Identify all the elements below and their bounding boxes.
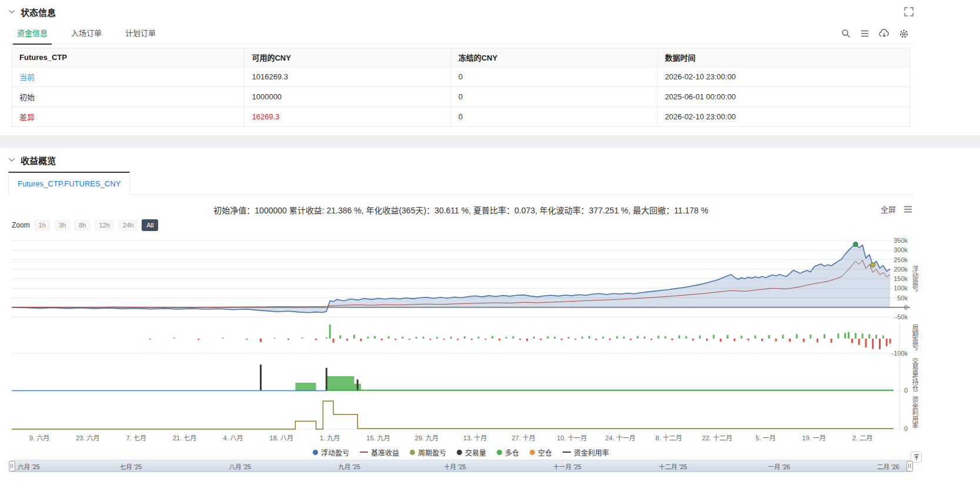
performance-stats: 初始净值：1000000 累计收益: 21.386 %, 年化收益(365天)：… xyxy=(213,206,708,215)
pnl-bar xyxy=(533,337,535,339)
pnl-bar xyxy=(381,339,383,340)
returns-tabbar: Futures_CTP.FUTURES_CNY xyxy=(8,172,914,195)
pnl-bar xyxy=(789,339,791,342)
legend-item[interactable]: 资金利用率 xyxy=(563,447,609,457)
table-cell: 初始 xyxy=(12,87,245,107)
pnl-bar xyxy=(678,336,680,339)
chevron-down-icon[interactable] xyxy=(8,158,15,162)
pnl-bar xyxy=(734,339,735,341)
status-tab-2[interactable]: 计划订单 xyxy=(121,24,160,44)
pnl-bar xyxy=(360,339,362,342)
chevron-down-icon[interactable] xyxy=(8,9,15,14)
pnl-bar xyxy=(644,337,645,339)
legend-marker xyxy=(457,450,462,455)
chart-menu-icon[interactable] xyxy=(904,206,912,213)
pnl-bar xyxy=(429,339,431,340)
table-cell[interactable]: 当前 xyxy=(12,67,245,87)
zoom-button-3h[interactable]: 3h xyxy=(54,219,71,231)
returns-chart-block: Zoom 1h3h8h12h24hAll 350k300k250k200k150… xyxy=(12,218,910,472)
gear-icon[interactable] xyxy=(899,29,909,39)
x-axis-label: 4. 八月 xyxy=(223,434,243,442)
pnl-bar xyxy=(727,335,728,339)
x-axis-label: 21. 七月 xyxy=(173,434,196,442)
zoom-label: Zoom xyxy=(12,221,30,229)
legend-item[interactable]: 浮动盈亏 xyxy=(313,447,349,457)
table-cell: 差异 xyxy=(12,107,245,127)
tab-futures-ctp-cny[interactable]: Futures_CTP.FUTURES_CNY xyxy=(8,172,130,195)
pnl-bar xyxy=(858,339,860,345)
pnl-bar xyxy=(868,334,870,339)
pnl-bar xyxy=(720,339,721,342)
legend-item[interactable]: 基准收益 xyxy=(360,447,399,457)
status-panel: 状态信息 资金信息入场订单计划订单 xyxy=(0,0,980,135)
legend-item[interactable]: 空仓 xyxy=(530,447,552,457)
y-axis-label: 0 xyxy=(904,304,908,311)
chart-navigator[interactable]: 六月 '25七月 '25八月 '25九月 '25十月 '25十一月 '25十二月… xyxy=(12,460,910,472)
status-tab-1[interactable]: 入场订单 xyxy=(67,24,106,44)
pnl-bar xyxy=(747,339,749,340)
y-axis-label: -50k xyxy=(895,313,908,320)
pnl-bar xyxy=(574,339,576,340)
chart-fullscreen-button[interactable]: 全屏 xyxy=(881,203,896,215)
zoom-button-12h[interactable]: 12h xyxy=(94,219,114,231)
long-position-area xyxy=(12,376,894,391)
pnl-bar xyxy=(741,336,742,339)
cloud-download-icon[interactable] xyxy=(879,29,889,38)
pnl-bar xyxy=(554,337,556,339)
pnl-bar xyxy=(561,339,563,340)
fullscreen-icon[interactable] xyxy=(904,7,914,16)
pnl-bar xyxy=(409,339,410,340)
axis-title-volume-position: 交易量/持仓 xyxy=(910,357,919,392)
pnl-bar xyxy=(149,339,151,340)
legend-label: 交易量 xyxy=(465,447,486,457)
pnl-bar xyxy=(796,334,798,339)
status-tab-0[interactable]: 资金信息 xyxy=(13,24,52,45)
pnl-bar xyxy=(423,337,424,339)
zoom-button-24h[interactable]: 24h xyxy=(118,219,138,231)
legend-item[interactable]: 多仓 xyxy=(497,447,519,457)
pnl-bar xyxy=(803,339,805,342)
zoom-button-1h[interactable]: 1h xyxy=(34,219,51,231)
pnl-bar xyxy=(198,339,199,340)
returns-chart[interactable]: 350k300k250k200k150k100k50k0-50k-100k009… xyxy=(12,233,910,445)
pnl-bar xyxy=(706,339,708,341)
search-icon[interactable] xyxy=(841,29,851,38)
y-axis-label: 200k xyxy=(894,266,908,273)
pnl-bar xyxy=(844,333,846,339)
pnl-bar xyxy=(512,336,514,339)
pnl-bar xyxy=(260,339,262,342)
legend-marker xyxy=(410,450,415,455)
column-header: Futures_CTP xyxy=(12,48,245,67)
zoom-button-all[interactable]: All xyxy=(142,219,158,231)
pnl-bar xyxy=(436,337,438,339)
navigator-month-label: 十二月 '25 xyxy=(657,462,687,471)
legend-label: 资金利用率 xyxy=(574,447,609,457)
legend-item[interactable]: 交易量 xyxy=(457,447,486,457)
zoom-button-8h[interactable]: 8h xyxy=(74,219,91,231)
legend-label: 浮动盈亏 xyxy=(321,447,349,457)
y-axis-label: 150k xyxy=(894,275,908,282)
pnl-bar xyxy=(464,336,466,339)
x-axis-label: 24. 十一月 xyxy=(606,434,636,442)
pnl-bar xyxy=(862,333,864,339)
pnl-bar xyxy=(484,339,486,340)
navigator-handle-right[interactable] xyxy=(907,461,913,471)
pnl-bar xyxy=(685,336,687,339)
pnl-bar xyxy=(882,336,884,339)
pnl-bar xyxy=(471,339,473,340)
navigator-handle-left[interactable] xyxy=(9,461,15,471)
x-axis-label: 10. 十一月 xyxy=(557,434,587,442)
list-icon[interactable] xyxy=(860,29,869,38)
legend-item[interactable]: 周期盈亏 xyxy=(410,447,446,457)
table-cell: 0 xyxy=(451,67,657,87)
legend-marker xyxy=(530,450,535,455)
pnl-bar xyxy=(837,333,839,339)
pnl-bar xyxy=(416,337,417,339)
navigator-month-label: 一月 '26 xyxy=(765,462,790,471)
legend-label: 多仓 xyxy=(505,447,519,457)
x-axis-label: 23. 六月 xyxy=(76,434,99,442)
table-cell: 2025-06-01 00:00:00 xyxy=(657,87,909,107)
pnl-bar xyxy=(374,336,376,339)
pnl-bar xyxy=(302,337,303,339)
x-axis-label: 9. 六月 xyxy=(29,434,49,442)
